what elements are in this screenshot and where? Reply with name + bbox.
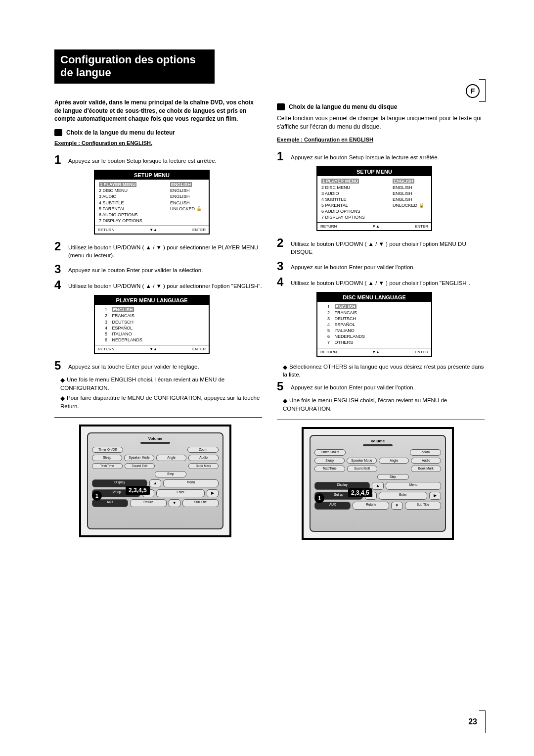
callout-2345: 2,3,4,5 [348,488,372,497]
remote-right-icon[interactable]: ▶ [207,489,219,497]
step-4: 4 Utilisez le bouton UP/DOWN ( ▲ / ▼ ) p… [54,279,262,291]
divider [277,420,485,420]
step-5: 5 Appuyez sur la touche Enter pour valid… [54,360,262,372]
remote-btn[interactable]: Speaker Mode [124,455,154,461]
remote-btn[interactable]: Angle [156,455,186,461]
remote-btn-enter[interactable]: Enter [379,492,427,500]
osd-row: 1 PLAYER MENUENGLISH [99,182,205,188]
step-2: 2 Utilisez le bouton UP/DOWN ( ▲ / ▼ ) p… [277,237,485,256]
remote-btn-timer[interactable]: Timer On/Off [314,449,346,456]
remote-btn[interactable]: Book Mark [188,463,219,470]
bullet-icon [277,103,285,110]
step-number: 1 [54,154,68,166]
osd-row: 5 ITALIANO [105,331,205,337]
remote-volume-bar [363,444,393,446]
osd-row: 4 ESPAÑOL [105,325,205,331]
lang-menu-osd: DISC MENU LANGUAGE 1 ENGLISH2 FRANCAIS3 … [316,292,432,357]
osd-enter-label: ENTER [192,347,206,351]
remote-btn-menu[interactable]: Menu [163,479,219,487]
remote-btn-enter[interactable]: Enter [156,489,205,497]
osd-row: 2 DISC MENUENGLISH [321,185,427,190]
osd-row: 5 PARENTALUNLOCKED 🔓 [99,206,205,212]
osd-row: 7 DISPLAY OPTIONS [321,214,427,220]
step-text: Appuyez sur le bouton Setup lorsque la l… [68,154,217,165]
step-5: 5 Appuyez sur le bouton Enter pour valid… [277,380,485,392]
remote-btn[interactable]: Speaker Mode [347,458,377,464]
note: ◆Sélectionnez OTHERS si la langue que vo… [280,363,485,379]
step-text: Appuyez sur le bouton Enter pour valider… [68,263,203,274]
remote-btn[interactable]: Sleep [314,458,345,464]
intro-text: Après avoir validé, dans le menu princip… [54,98,262,123]
osd-row: 7 DISPLAY OPTIONS [99,218,205,224]
callout-2345: 2,3,4,5 [126,486,150,495]
remote-illustration: Volume Timer On/Off Zoom Sleep Speaker M… [79,425,231,537]
step-number: 5 [54,360,68,372]
left-column: Après avoir validé, dans le menu princip… [54,98,262,540]
osd-return-label: RETURN [320,350,337,354]
osd-row: 5 ITALIANO [327,328,427,333]
osd-row: 3 AUDIOENGLISH [321,190,427,196]
remote-up-icon[interactable]: ▲ [372,482,384,490]
osd-return-label: RETURN [98,347,114,351]
remote-volume-label: Volume [92,436,219,441]
osd-row: 6 AUDIO OPTIONS [321,208,427,214]
step-text: Appuyez sur la touche Enter pour valider… [68,360,199,371]
remote-btn-subtitle[interactable]: Sub Title [182,499,219,507]
remote-btn-step[interactable]: Step [155,471,186,477]
remote-btn[interactable]: Text/Time [92,463,123,470]
right-column: Choix de la langue du menu du disque Cet… [277,98,485,540]
osd-row: 2 DISC MENUENGLISH [99,188,205,193]
osd-title: SETUP MENU [95,171,209,180]
remote-btn[interactable]: Audio [411,458,441,464]
remote-right-icon[interactable]: ▶ [429,492,441,500]
section-heading-label: Choix de la langue du menu du disque [289,103,397,110]
osd-row: 7 OTHERS [327,339,427,345]
remote-btn[interactable]: Sound Edit [347,466,378,472]
corner-mark-icon [479,710,486,733]
osd-row: 1 ENGLISH [105,307,205,313]
remote-btn[interactable]: Sound Edit [125,463,155,470]
osd-row: 6 NEDERLANDS [105,337,205,343]
step-number: 1 [277,150,291,162]
diamond-icon: ◆ [60,376,65,384]
osd-enter-label: ENTER [415,224,428,229]
remote-down-icon[interactable]: ▼ [169,499,180,507]
lang-badge-icon: F [466,84,480,98]
osd-row: 1 PLAYER MENUENGLISH [321,178,427,184]
remote-btn-timer[interactable]: Timer On/Off [92,447,123,453]
corner-mark-icon [479,79,486,102]
remote-btn[interactable]: Book Mark [411,466,442,472]
remote-down-icon[interactable]: ▼ [391,502,403,510]
osd-row: 2 FRANCAIS [105,313,205,319]
page-title: Configuration des options de langue [54,49,215,84]
remote-btn-zoom[interactable]: Zoom [410,449,441,456]
remote-btn[interactable]: Angle [379,458,409,464]
setup-menu-osd: SETUP MENU 1 PLAYER MENUENGLISH2 DISC ME… [316,166,432,231]
remote-btn[interactable]: Audio [188,455,219,461]
remote-btn[interactable]: Sleep [92,455,122,461]
section-heading-label: Choix de la langue du menu du lecteur [66,129,175,136]
note: ◆Une fois le menu ENGLISH choisi, l'écra… [57,376,262,392]
callout-1: 1 [92,491,102,501]
remote-btn-subtitle[interactable]: Sub Title [405,502,441,510]
lang-menu-osd: PLAYER MENU LANGUAGE 1 ENGLISH2 FRANCAIS… [94,295,210,354]
step-text: Utilisez le bouton UP/DOWN ( ▲ / ▼ ) pou… [68,279,262,290]
remote-btn-zoom[interactable]: Zoom [187,447,219,453]
osd-row: 4 SUBTITLEENGLISH [321,196,427,202]
osd-row: 6 AUDIO OPTIONS [99,212,205,218]
remote-btn-return[interactable]: Return [130,499,166,507]
step-3: 3 Appuyez sur le bouton Enter pour valid… [277,260,485,272]
remote-volume-label: Volume [314,439,441,443]
note: ◆Une fois le menu ENGLISH choisi, l'écra… [280,396,485,413]
osd-enter-label: ENTER [192,228,206,232]
step-text: Appuyez sur le bouton Setup lorsque la l… [291,150,439,161]
remote-up-icon[interactable]: ▲ [149,479,161,487]
remote-illustration: Volume Timer On/Off Zoom Sleep Speaker M… [302,427,454,540]
updown-icon: ▼▲ [149,228,157,232]
step-number: 3 [277,260,291,272]
remote-btn-menu[interactable]: Menu [386,482,441,490]
osd-row: 1 ENGLISH [327,304,427,310]
remote-btn-step[interactable]: Step [377,474,409,480]
remote-btn[interactable]: Text/Time [314,466,345,472]
remote-btn-return[interactable]: Return [353,502,389,510]
